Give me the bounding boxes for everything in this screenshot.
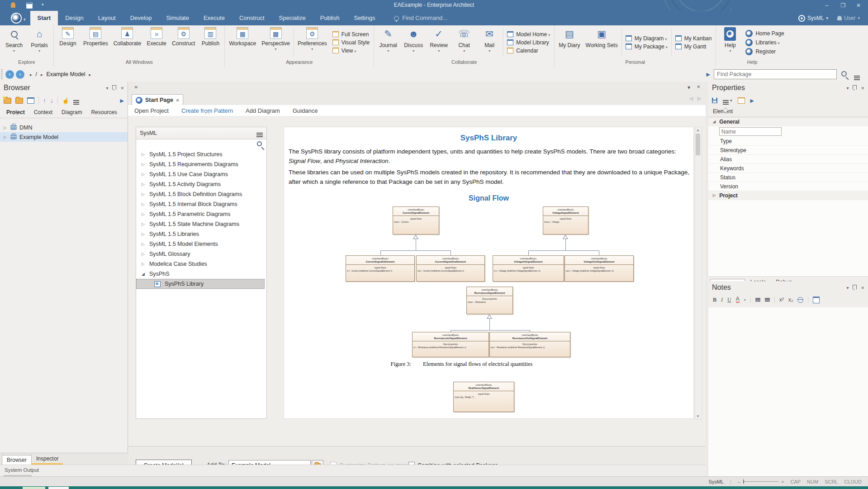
picture-icon[interactable] bbox=[738, 97, 745, 104]
expand-arrow-icon[interactable] bbox=[713, 193, 716, 197]
expand-arrow-icon[interactable] bbox=[142, 162, 145, 167]
menu-guidance[interactable]: Guidance bbox=[293, 107, 318, 114]
libraries-button[interactable]: Libraries bbox=[745, 39, 784, 46]
pattern-list-item[interactable]: SysML 1.5 Model Elements bbox=[136, 239, 266, 249]
pin-icon[interactable] bbox=[853, 85, 857, 91]
find-package-go-icon[interactable] bbox=[707, 72, 710, 77]
uml-block-resistance-in[interactable]: «interfaceBlock»ResistanceInSignalElemen… bbox=[412, 332, 489, 357]
close-icon[interactable] bbox=[120, 85, 124, 91]
collapse-arrow-icon[interactable] bbox=[713, 120, 716, 124]
start-page-tab[interactable]: Start Page bbox=[132, 94, 183, 105]
ribbon-tab[interactable]: Develop bbox=[123, 11, 159, 25]
pattern-list-item[interactable]: SysML 1.5 Use Case Diagrams bbox=[136, 169, 266, 179]
my-diary-button[interactable]: My Diary bbox=[556, 26, 583, 59]
tab-overflow-chevrons-icon[interactable]: » bbox=[134, 83, 138, 90]
system-output-tab[interactable]: System Output bbox=[5, 467, 39, 473]
expand-arrow-icon[interactable] bbox=[142, 172, 145, 177]
pattern-list-item[interactable]: SysML 1.5 Libraries bbox=[136, 229, 266, 239]
notes-editor[interactable] bbox=[708, 307, 868, 476]
uml-block-resistance-out[interactable]: «interfaceBlock»ResistanceOutSignalEleme… bbox=[489, 332, 570, 357]
pattern-list-item[interactable]: SysML 1.5 Internal Block Diagrams bbox=[136, 199, 266, 209]
nav-back-button[interactable] bbox=[5, 70, 14, 79]
uml-block-voltage-in[interactable]: «interfaceBlock»VoltageInSignalElement s… bbox=[493, 255, 564, 282]
ea-logo-icon[interactable] bbox=[11, 13, 22, 24]
bold-button[interactable] bbox=[713, 297, 716, 303]
expand-arrow-icon[interactable] bbox=[142, 212, 145, 216]
tab-project[interactable]: Project bbox=[3, 109, 28, 115]
ribbon-tab-start[interactable]: Start bbox=[30, 11, 58, 25]
save-icon[interactable] bbox=[712, 98, 717, 103]
tab-scroll-right-icon[interactable]: ▷ bbox=[697, 96, 701, 101]
pattern-list-item[interactable]: SysML Glossary bbox=[136, 249, 266, 259]
uml-block-voltage-signal[interactable]: «interfaceBlock»VoltageSignalElement sig… bbox=[543, 206, 588, 235]
expand-arrow-icon[interactable] bbox=[142, 252, 145, 256]
menu-create-from-pattern[interactable]: Create from Pattern bbox=[181, 107, 233, 114]
font-color-button[interactable] bbox=[736, 297, 740, 303]
pin-icon[interactable] bbox=[853, 285, 857, 290]
status-toggle[interactable]: SCRL bbox=[825, 479, 838, 484]
pattern-list-item[interactable]: SysML 1.5 Activity Diagrams bbox=[136, 179, 266, 189]
find-package-input[interactable] bbox=[714, 69, 837, 79]
pin-icon[interactable] bbox=[112, 85, 116, 91]
perspective-selector[interactable]: SysML bbox=[798, 11, 828, 25]
collaborate-button[interactable]: Review bbox=[426, 26, 451, 59]
status-toggle[interactable]: NUM bbox=[807, 479, 818, 484]
ribbon-tab[interactable]: Construct bbox=[232, 11, 272, 25]
all-windows-button[interactable]: Publish bbox=[198, 26, 223, 59]
property-row[interactable]: Keywords bbox=[708, 164, 868, 173]
browser-expand-icon[interactable] bbox=[120, 98, 124, 104]
scroll-down-icon[interactable]: ▼ bbox=[695, 414, 701, 418]
section-general[interactable]: General bbox=[708, 117, 868, 126]
expand-arrow-icon[interactable] bbox=[142, 192, 145, 197]
all-windows-button[interactable]: Properties bbox=[81, 26, 111, 59]
tab-scroll-left-icon[interactable]: ◁ bbox=[689, 96, 693, 101]
collaborate-button[interactable]: Chat bbox=[451, 26, 477, 59]
document-notes-button[interactable] bbox=[813, 297, 820, 303]
expand-arrow-icon[interactable] bbox=[142, 232, 145, 236]
search-button[interactable]: Search bbox=[1, 26, 27, 59]
maximize-button[interactable]: ❐ bbox=[836, 1, 850, 10]
ribbon-tab[interactable]: Design bbox=[58, 11, 90, 25]
zoom-track[interactable] bbox=[743, 481, 778, 482]
uml-block-current-out[interactable]: «interfaceBlock»CurrentSignalOutElement … bbox=[416, 255, 485, 282]
underline-button[interactable] bbox=[727, 297, 731, 303]
tab-resources[interactable]: Resources bbox=[87, 109, 120, 115]
tree-item-dmn[interactable]: DMN bbox=[0, 123, 128, 132]
tab-list-chevron-icon[interactable] bbox=[688, 84, 690, 91]
pattern-list-item[interactable]: SysML 1.5 Requirements Diagrams bbox=[136, 159, 266, 169]
pattern-list-item[interactable]: SysML 1.5 Block Definition Diagrams bbox=[136, 189, 266, 199]
workspace-button[interactable]: Workspace bbox=[226, 26, 259, 59]
ribbon-tab[interactable]: Execute bbox=[196, 11, 232, 25]
collaborate-button[interactable]: Mail bbox=[477, 26, 502, 59]
expand-arrow-icon[interactable] bbox=[142, 202, 145, 206]
property-row[interactable]: Version bbox=[708, 182, 868, 191]
hyperlink-globe-button[interactable] bbox=[797, 297, 803, 303]
close-button[interactable]: ✕ bbox=[852, 1, 865, 10]
scrollbar-thumb[interactable] bbox=[696, 134, 700, 155]
pattern-list-item[interactable]: SysML 1.5 Project Structures bbox=[136, 149, 266, 159]
section-project[interactable]: Project bbox=[708, 191, 868, 200]
zoom-in-icon[interactable]: + bbox=[781, 479, 784, 484]
visual-style-button[interactable]: Visual Style bbox=[332, 39, 370, 46]
scroll-up-icon[interactable]: ▲ bbox=[695, 128, 701, 132]
find-package-search-icon[interactable] bbox=[841, 71, 847, 78]
my-gantt-button[interactable]: My Gantt bbox=[675, 43, 712, 50]
panel-menu-chevron-icon[interactable] bbox=[846, 86, 849, 91]
pointer-icon[interactable]: ☝ bbox=[62, 97, 69, 104]
model-library-button[interactable]: Model Library bbox=[507, 39, 550, 46]
ribbon-tab[interactable]: Publish bbox=[313, 11, 347, 25]
zoom-out-icon[interactable]: – bbox=[738, 479, 740, 484]
toolbar-menu-icon[interactable] bbox=[854, 76, 860, 77]
my-package-button[interactable]: My Package bbox=[626, 43, 668, 50]
ribbon-tab[interactable]: Settings bbox=[346, 11, 382, 25]
tab-browser[interactable]: Browser bbox=[2, 455, 32, 465]
uml-block-current-in[interactable]: «interfaceBlock»CurrentSignalInElement s… bbox=[346, 255, 415, 282]
all-windows-button[interactable]: Design bbox=[55, 26, 81, 59]
chevron-down-icon[interactable] bbox=[744, 298, 746, 302]
collaborate-button[interactable]: Journal bbox=[375, 26, 401, 59]
close-icon[interactable] bbox=[861, 85, 864, 91]
superscript-button[interactable] bbox=[779, 297, 784, 303]
close-tab-icon[interactable] bbox=[176, 97, 180, 104]
subscript-button[interactable] bbox=[788, 297, 793, 303]
forward-icon[interactable] bbox=[750, 98, 754, 104]
